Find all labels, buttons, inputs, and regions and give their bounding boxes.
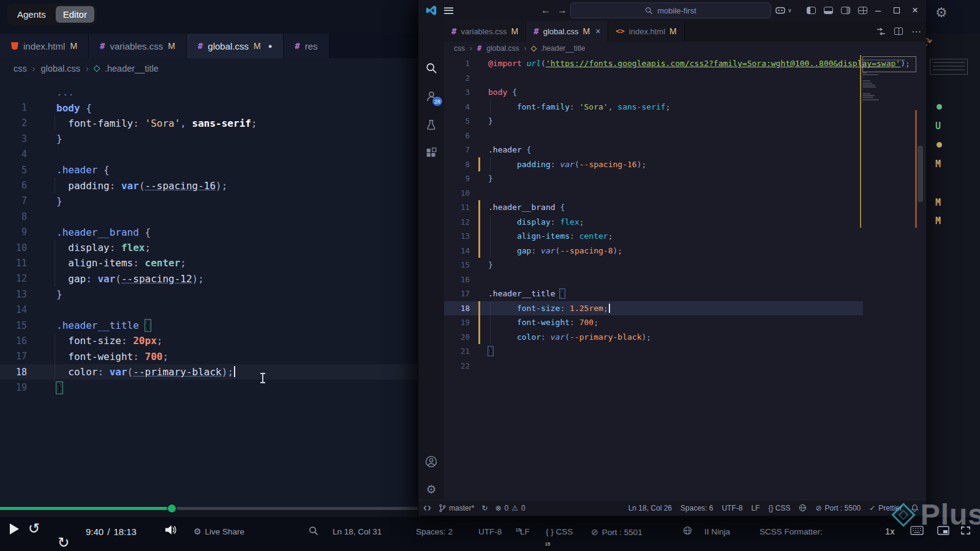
scrollbar-thumb[interactable]: [918, 146, 923, 202]
code-line[interactable]: 22: [444, 359, 926, 373]
eol-item[interactable]: LF: [751, 504, 760, 512]
code-line[interactable]: 17.header__title {: [444, 287, 926, 301]
problems-item[interactable]: ⊗ 0 ⚠ 0: [495, 504, 525, 512]
code-line[interactable]: 10: [444, 186, 926, 201]
live-server-port-item[interactable]: ⊘ Port : 5500: [815, 504, 861, 512]
code-line: 16 font-size: 20px;: [0, 333, 419, 348]
command-center-search[interactable]: mobile-first: [570, 2, 771, 18]
minimap-viewport[interactable]: [862, 56, 916, 72]
cursor-position-item[interactable]: Ln 18, Col 26: [628, 504, 672, 512]
line-number: 3: [0, 133, 36, 144]
line-number: 1: [0, 102, 36, 113]
editor-region[interactable]: 1@import url('https://fonts.googleapis.c…: [444, 55, 926, 500]
breadcrumb-folder[interactable]: css: [454, 44, 465, 53]
panel-left-icon: [807, 7, 816, 14]
settings-gear-icon[interactable]: ⚙: [935, 5, 948, 20]
nav-back-button[interactable]: ←: [541, 0, 551, 21]
code-line[interactable]: 12 display: flex;: [444, 215, 926, 230]
breadcrumb-file[interactable]: global.css: [486, 44, 519, 53]
minimize-button[interactable]: ─: [875, 0, 881, 21]
code-line[interactable]: 21}: [444, 344, 926, 359]
code-line[interactable]: 5}: [444, 114, 926, 129]
line-number: 21: [444, 347, 477, 356]
line-number: 5: [444, 116, 477, 126]
code-line[interactable]: 13 align-items: center;: [444, 229, 926, 244]
customize-layout-button[interactable]: [858, 0, 867, 21]
code-line[interactable]: 6: [444, 129, 926, 143]
indentation-item[interactable]: Spaces: 6: [680, 504, 713, 512]
progress-handle[interactable]: [168, 504, 176, 512]
playback-speed-button[interactable]: 1x: [885, 526, 895, 536]
manage-button[interactable]: ⚙: [418, 480, 444, 498]
css-file-icon: #: [477, 44, 481, 53]
breadcrumb[interactable]: css › # global.css › .header__title: [454, 42, 585, 55]
remote-indicator[interactable]: [423, 504, 431, 512]
code-line[interactable]: 11.header__brand {: [444, 200, 926, 215]
line-number: 17: [444, 289, 477, 298]
code-line: 1body {: [0, 100, 419, 115]
menu-button[interactable]: [444, 0, 453, 21]
line-number: 19: [444, 318, 477, 327]
testing-view-button[interactable]: [418, 116, 444, 134]
maximize-button[interactable]: [894, 0, 900, 21]
line-number: 6: [0, 180, 36, 191]
close-tab-icon[interactable]: ×: [595, 26, 600, 36]
toggle-panel-button[interactable]: [824, 0, 833, 21]
code-text: gap: var(--spacing-12);: [56, 273, 204, 285]
code-line[interactable]: 19 font-weight: 700;: [444, 315, 926, 330]
skip-forward-button[interactable]: ↻ 15: [58, 536, 980, 550]
code-line[interactable]: 20 color: var(--primary-black);: [444, 330, 926, 345]
editor-tab[interactable]: Editor: [56, 6, 94, 23]
chevron-down-icon: ∨: [788, 7, 792, 13]
code-line[interactable]: 18 font-size: 1.25rem;: [444, 301, 926, 316]
code-line[interactable]: 16: [444, 272, 926, 287]
code-line[interactable]: 1@import url('https://fonts.googleapis.c…: [444, 56, 926, 71]
code-line: 5.header {: [0, 162, 419, 178]
toggle-sidebar-button[interactable]: [807, 0, 816, 21]
window-titlebar[interactable]: ← → mobile-first ∨ ─ ×: [418, 0, 926, 21]
toggle-secondary-sidebar-button[interactable]: [841, 0, 850, 21]
tab-label: global.css: [543, 27, 579, 36]
code-line[interactable]: 9}: [444, 171, 926, 186]
go-live-globe[interactable]: [799, 504, 807, 512]
split-editor-button[interactable]: [894, 28, 903, 35]
code-text: .header__title {: [56, 320, 151, 331]
volume-button[interactable]: [164, 525, 178, 535]
copilot-button[interactable]: ∨: [775, 0, 792, 21]
css-file-icon: #: [451, 26, 456, 36]
code-line[interactable]: 7.header {: [444, 143, 926, 157]
code-line[interactable]: 15}: [444, 258, 926, 272]
zoom-icon: [309, 526, 318, 536]
code-line[interactable]: 3body {: [444, 85, 926, 100]
tab-global-css[interactable]: # global.css M ×: [526, 21, 608, 42]
play-button[interactable]: [9, 523, 20, 535]
code-line: 2 font-family: 'Sora', sans-serif;: [0, 116, 419, 131]
git-modified-badge: M: [70, 41, 77, 51]
code-text: display: flex;: [488, 217, 584, 227]
agents-tab[interactable]: Agents: [10, 6, 53, 23]
code-line[interactable]: 4 font-family: 'Sora', sans-serif;: [444, 100, 926, 114]
code-text: color: var(--primary-black);: [488, 332, 651, 342]
line-number: 10: [444, 189, 477, 198]
hamburger-icon: [444, 7, 453, 14]
breadcrumb-symbol[interactable]: .header__title: [541, 44, 586, 53]
more-actions-button[interactable]: ⋯: [911, 26, 921, 37]
code-line[interactable]: 14 gap: var(--spacing-8);: [444, 244, 926, 258]
extensions-view-button[interactable]: [418, 144, 444, 162]
language-mode-item[interactable]: {} CSS: [768, 504, 790, 512]
code-line[interactable]: 8 padding: var(--spacing-16);: [444, 157, 926, 172]
tab-index-html[interactable]: <> index.html M: [608, 21, 684, 42]
tab-variables-css[interactable]: # variables.css M: [444, 21, 526, 42]
sync-button[interactable]: ↻: [481, 504, 488, 512]
code-line[interactable]: 2: [444, 71, 926, 86]
encoding-item[interactable]: UTF-8: [722, 504, 742, 512]
accounts-view-button[interactable]: 28: [418, 87, 444, 105]
open-changes-button[interactable]: [876, 28, 886, 36]
nav-forward-button[interactable]: →: [557, 0, 567, 21]
account-button[interactable]: [418, 452, 444, 471]
close-window-button[interactable]: ×: [912, 0, 918, 21]
video-status-live-share: ⚙ Live Share: [194, 527, 244, 536]
video-progress-bar[interactable]: [0, 507, 419, 510]
git-branch-item[interactable]: master*: [439, 504, 474, 512]
search-view-button[interactable]: [418, 59, 444, 77]
